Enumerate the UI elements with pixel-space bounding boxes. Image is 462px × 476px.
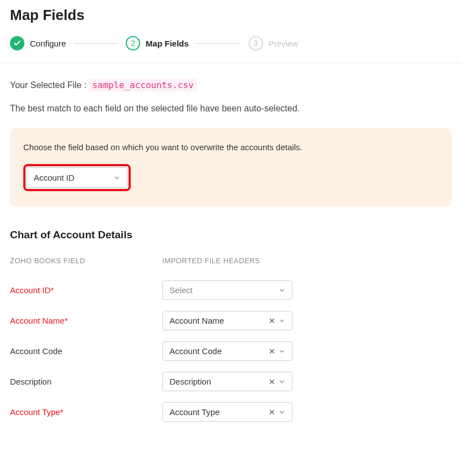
step-configure[interactable]: Configure — [10, 36, 66, 50]
auto-select-help-text: The best match to each field on the sele… — [10, 104, 452, 114]
step-line — [74, 43, 118, 44]
chevron-down-icon — [279, 318, 285, 324]
step-label-configure: Configure — [30, 39, 66, 48]
clear-icon[interactable]: ✕ — [269, 377, 275, 386]
clear-icon[interactable]: ✕ — [269, 347, 275, 356]
overwrite-select-highlight: Account ID — [23, 164, 131, 191]
field-mapping-row: Account Type* Account Type ✕ — [10, 402, 452, 422]
chevron-down-icon — [279, 287, 285, 294]
field-select-account-id[interactable]: Select — [162, 280, 292, 300]
mapping-table-header: ZOHO BOOKS FIELD IMPORTED FILE HEADERS — [10, 257, 452, 265]
step-number-icon: 3 — [249, 36, 263, 50]
step-number-icon: 2 — [126, 36, 140, 50]
field-select-account-code[interactable]: Account Code ✕ — [162, 341, 292, 361]
overwrite-field-select[interactable]: Account ID — [27, 167, 127, 188]
field-label-account-id: Account ID* — [10, 285, 162, 295]
check-icon — [10, 36, 24, 50]
chevron-down-icon — [279, 348, 285, 355]
overwrite-field-panel: Choose the field based on which you want… — [10, 128, 452, 207]
overwrite-help-text: Choose the field based on which you want… — [23, 142, 439, 152]
field-select-account-name[interactable]: Account Name ✕ — [162, 311, 292, 330]
field-select-description[interactable]: Description ✕ — [162, 372, 292, 391]
field-select-account-type[interactable]: Account Type ✕ — [162, 402, 292, 422]
field-mapping-row: Account Code Account Code ✕ — [10, 341, 452, 361]
selected-file-prefix: Your Selected File : — [10, 80, 86, 90]
field-label-description: Description — [10, 377, 162, 386]
field-mapping-row: Description Description ✕ — [10, 372, 452, 391]
step-map-fields[interactable]: 2 Map Fields — [126, 36, 189, 50]
field-mapping-row: Account Name* Account Name ✕ — [10, 311, 452, 330]
field-label-account-code: Account Code — [10, 346, 162, 356]
section-heading-chart-of-account: Chart of Account Details — [10, 229, 452, 241]
step-label-map-fields: Map Fields — [146, 39, 189, 48]
stepper: Configure 2 Map Fields 3 Preview — [10, 36, 452, 50]
column-header-imported-headers: IMPORTED FILE HEADERS — [162, 257, 260, 265]
chevron-down-icon — [114, 175, 120, 181]
step-preview: 3 Preview — [249, 36, 298, 50]
field-mapping-row: Account ID* Select — [10, 280, 452, 300]
divider — [0, 63, 462, 63]
field-label-account-type: Account Type* — [10, 407, 162, 417]
select-value: Account Type — [170, 407, 220, 417]
chevron-down-icon — [279, 378, 285, 385]
page-title: Map Fields — [10, 7, 452, 24]
selected-file-line: Your Selected File : sample_accounts.csv — [10, 80, 452, 90]
clear-icon[interactable]: ✕ — [269, 316, 275, 325]
selected-file-name: sample_accounts.csv — [89, 79, 197, 91]
step-line — [197, 43, 241, 44]
clear-icon[interactable]: ✕ — [269, 408, 275, 417]
field-label-account-name: Account Name* — [10, 316, 162, 325]
overwrite-field-value: Account ID — [34, 173, 74, 182]
select-placeholder: Select — [170, 285, 193, 295]
select-value: Account Name — [170, 316, 224, 325]
select-value: Account Code — [170, 346, 222, 356]
step-label-preview: Preview — [269, 39, 298, 48]
select-value: Description — [170, 377, 211, 386]
chevron-down-icon — [279, 409, 285, 416]
column-header-books-field: ZOHO BOOKS FIELD — [10, 257, 162, 265]
